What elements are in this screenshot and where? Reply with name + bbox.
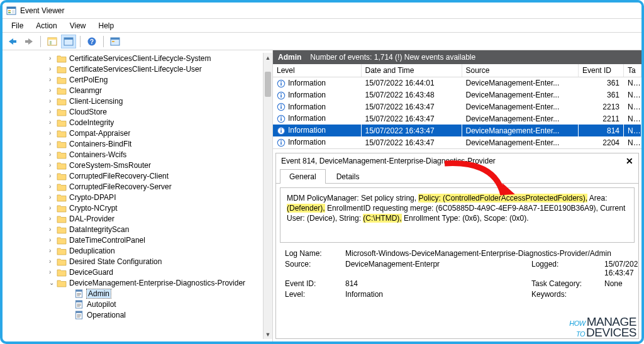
scroll-thumb[interactable] — [265, 72, 271, 97]
cell-eventid: 2211 — [579, 113, 624, 125]
chevron-icon[interactable]: › — [49, 151, 55, 158]
svg-rect-1 — [7, 7, 16, 9]
tree-item[interactable]: ›DateTimeControlPanel — [5, 235, 272, 245]
tree[interactable]: ›CertificateServicesClient-Lifecycle-Sys… — [5, 53, 272, 320]
properties-button[interactable] — [61, 35, 76, 48]
tree-item[interactable]: ›CertificateServicesClient-Lifecycle-Sys… — [5, 53, 272, 64]
tree-item[interactable]: Operational — [5, 309, 272, 320]
chevron-icon[interactable]: › — [49, 226, 55, 233]
close-icon[interactable]: ✕ — [626, 156, 633, 166]
back-button[interactable] — [5, 35, 20, 48]
prop-key: Level: — [285, 290, 341, 299]
tree-scrollbar[interactable]: ▲ ▼ — [263, 53, 272, 339]
tree-item[interactable]: ›Desired State Configuration — [5, 256, 272, 267]
prop-value: Microsoft-Windows-DeviceManagement-Enter… — [345, 249, 639, 258]
scroll-up-icon[interactable]: ▲ — [264, 53, 272, 62]
chevron-icon[interactable]: › — [49, 119, 55, 126]
tree-item[interactable]: ›DeviceGuard — [5, 267, 272, 277]
table-row[interactable]: Information15/07/2022 16:43:47DeviceMana… — [273, 101, 641, 113]
tree-item[interactable]: ›Containers-BindFlt — [5, 138, 272, 149]
chevron-icon[interactable]: › — [49, 162, 55, 169]
prop-value: 814 — [345, 279, 528, 288]
tree-item[interactable]: ›Crypto-DPAPI — [5, 192, 272, 203]
tab-general[interactable]: General — [280, 169, 326, 184]
svg-rect-15 — [112, 41, 114, 42]
tree-item-label: DAL-Provider — [69, 214, 114, 223]
tree-item[interactable]: Autopilot — [5, 299, 272, 309]
chevron-icon[interactable]: › — [49, 172, 55, 179]
tree-item[interactable]: ›CodeIntegrity — [5, 117, 272, 128]
titlebar: Event Viewer — [3, 3, 641, 19]
tree-item[interactable]: ›CorruptedFileRecovery-Server — [5, 181, 272, 192]
table-row[interactable]: Information15/07/2022 16:43:48DeviceMana… — [273, 89, 641, 101]
info-icon — [277, 91, 286, 100]
table-row[interactable]: Information15/07/2022 16:44:01DeviceMana… — [273, 77, 641, 89]
tree-item[interactable]: ›CoreSystem-SmsRouter — [5, 160, 272, 170]
prop-value: None — [604, 279, 639, 288]
chevron-icon[interactable]: › — [49, 183, 55, 190]
chevron-icon[interactable]: › — [49, 55, 55, 62]
cell-task: No — [624, 101, 641, 113]
info-icon — [277, 79, 286, 88]
menu-help[interactable]: Help — [92, 20, 121, 31]
forward-button[interactable] — [21, 35, 36, 48]
table-row[interactable]: Information15/07/2022 16:43:47DeviceMana… — [273, 113, 641, 125]
prop-key: Event ID: — [285, 279, 341, 288]
tree-item[interactable]: ›DAL-Provider — [5, 213, 272, 224]
tree-item[interactable]: ›Compat-Appraiser — [5, 128, 272, 138]
tree-item[interactable]: Admin — [5, 288, 272, 299]
menu-view[interactable]: View — [64, 20, 92, 31]
chevron-icon[interactable]: › — [49, 204, 55, 211]
tree-item[interactable]: ›Containers-Wcifs — [5, 149, 272, 160]
tree-item[interactable]: ›CloudStore — [5, 106, 272, 117]
tab-details[interactable]: Details — [327, 169, 369, 184]
chevron-icon[interactable]: › — [49, 76, 55, 83]
menu-action[interactable]: Action — [30, 20, 63, 31]
tree-item[interactable]: ⌄DeviceManagement-Enterprise-Diagnostics… — [5, 277, 272, 288]
chevron-icon[interactable]: › — [49, 130, 55, 136]
col-taskcat[interactable]: Ta — [624, 64, 641, 77]
menu-file[interactable]: File — [5, 20, 30, 31]
chevron-icon[interactable]: › — [49, 269, 55, 275]
help-button[interactable]: ? — [84, 35, 99, 48]
chevron-icon[interactable]: › — [49, 215, 55, 222]
chevron-icon[interactable]: › — [49, 97, 55, 104]
show-hide-tree-button[interactable] — [45, 35, 60, 48]
cell-level: Information — [288, 91, 326, 99]
chevron-icon[interactable]: › — [49, 247, 55, 254]
chevron-icon[interactable]: › — [49, 65, 55, 72]
cell-source: DeviceManagement-Enter... — [462, 125, 579, 136]
table-row[interactable]: Information15/07/2022 16:43:47DeviceMana… — [273, 125, 641, 136]
info-icon — [277, 138, 286, 147]
tree-item[interactable]: ›DataIntegrityScan — [5, 224, 272, 235]
chevron-icon[interactable]: › — [49, 87, 55, 94]
cell-date: 15/07/2022 16:44:01 — [361, 77, 462, 89]
watermark: HOWMANAGE TODEVICES — [569, 316, 636, 338]
chevron-icon[interactable]: › — [49, 258, 55, 265]
info-icon — [277, 126, 286, 135]
tree-item[interactable]: ›CertPolEng — [5, 74, 272, 85]
tree-item-label: Autopilot — [87, 300, 116, 309]
tree-item[interactable]: ›Cleanmgr — [5, 85, 272, 96]
tree-item[interactable]: ›CorruptedFileRecovery-Client — [5, 170, 272, 181]
tree-item[interactable]: ›Crypto-NCrypt — [5, 203, 272, 213]
chevron-icon[interactable]: › — [49, 108, 55, 115]
col-source[interactable]: Source — [462, 64, 579, 77]
detail-pane: Event 814, DeviceManagement-Enterprise-D… — [275, 153, 639, 339]
chevron-icon[interactable]: › — [49, 140, 55, 147]
col-eventid[interactable]: Event ID — [579, 64, 624, 77]
svg-rect-4 — [12, 10, 14, 13]
refresh-button[interactable] — [108, 35, 123, 48]
col-level[interactable]: Level — [273, 64, 361, 77]
chevron-icon[interactable]: ⌄ — [49, 279, 55, 286]
chevron-icon[interactable]: › — [49, 194, 55, 201]
events-table[interactable]: Level Date and Time Source Event ID Ta I… — [273, 64, 641, 148]
tree-item[interactable]: ›Client-Licensing — [5, 96, 272, 106]
scroll-down-icon[interactable]: ▼ — [264, 330, 272, 339]
table-row[interactable]: Information15/07/2022 16:43:47DeviceMana… — [273, 136, 641, 148]
tree-item[interactable]: ›Deduplication — [5, 245, 272, 256]
tree-item[interactable]: ›CertificateServicesClient-Lifecycle-Use… — [5, 64, 272, 74]
chevron-icon[interactable]: › — [49, 236, 55, 243]
toolbar-separator — [40, 36, 41, 47]
col-date[interactable]: Date and Time — [361, 64, 462, 77]
